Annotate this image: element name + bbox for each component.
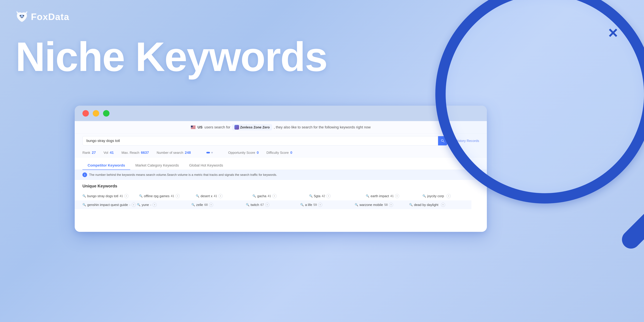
add-button-warzone[interactable]: + [389,203,393,207]
opportunity-stat: Opportunity Score 0 [228,150,259,155]
kw-name-bungo: bungo stray dogs totl [87,194,118,198]
maxreach-stat: Max. Reach 6637 [122,150,149,155]
kw-name-joycity: joycity corp [427,194,444,198]
kw-name-alife: a life [305,203,312,207]
search-icon-twitch: 🔍 [246,203,249,206]
kw-num-gacha: 41 [268,194,271,198]
rank-label: Rank [82,151,90,155]
kw-num-twitch: 67 [260,203,264,206]
info-bar: US users search for Zenless Zone Zero , … [75,121,487,134]
add-button-bungo[interactable]: + [124,194,128,198]
keyword-item-warzone: 🔍 warzone mobile 58 + [355,203,409,207]
logo-area: FoxData [16,10,69,23]
tab-market-category-keywords[interactable]: Market Category Keywords [130,161,184,170]
search-icon-earth: 🔍 [366,194,369,198]
search-bar-row: History Records [75,134,487,148]
add-button-yune[interactable]: + [152,203,156,207]
foxdata-logo-icon [16,10,28,23]
vol-stat: Vol 41 [104,150,114,155]
kw-num-5gta: 42 [322,194,325,198]
search-icon-offline: 🔍 [139,194,142,198]
keyword-item-twitch: 🔍 twitch 67 + [246,203,300,207]
close-button[interactable] [82,110,89,116]
difficulty-stat: Difficulty Score 0 [266,150,292,155]
keyword-item-5gta: 🔍 5gta 42 + [309,194,366,198]
kw-name-earth: earth impact [370,194,389,198]
difficulty-label: Difficulty Score [266,151,289,155]
search-icon-genshin: 🔍 [82,203,86,206]
rank-value: 27 [92,150,96,155]
hero-title: Niche Keywords [16,36,327,77]
dot-2[interactable] [211,152,213,154]
search-input[interactable] [82,136,447,146]
magnifier-handle [618,176,644,252]
add-button-gacha[interactable]: + [272,194,276,198]
numsearch-stat: Number of search 248 [156,150,191,155]
search-icon-bungo: 🔍 [82,194,86,198]
history-records-button[interactable]: History Records [450,139,479,143]
search-icon-alife: 🔍 [300,203,304,206]
tabs-row: Competitor Keywords Market Category Keyw… [75,158,487,170]
add-button-joycity[interactable]: + [446,194,451,198]
keyword-row-1: 🔍 bungo stray dogs totl 41 + 🔍 offline r… [82,192,479,200]
kw-name-zelle: zelle [196,203,203,207]
keyword-item-dead: 🔍 dead by daylight + [409,203,464,207]
keywords-section: Unique Keywords 🔍 bungo stray dogs totl … [75,180,487,213]
add-button-5gta[interactable]: + [326,194,330,198]
add-button-alife[interactable]: + [318,203,322,207]
search-button[interactable] [438,136,447,146]
search-icon-zelle: 🔍 [192,203,195,206]
search-icon-gacha: 🔍 [252,194,256,198]
add-button-offline[interactable]: + [176,194,180,198]
keyword-row-2: 🔍 genshin impact quest guide - + 🔍 yune … [75,200,472,209]
svg-rect-7 [191,128,196,128]
kw-num-alife: 59 [313,203,317,206]
add-button-dead[interactable]: + [441,203,445,207]
app-avatar [234,125,239,130]
tab-competitor-keywords[interactable]: Competitor Keywords [82,161,130,170]
svg-rect-8 [191,128,196,129]
search-icon-5gta: 🔍 [309,194,312,198]
keyword-item-gacha: 🔍 gacha 41 + [252,194,309,198]
browser-content: US users search for Zenless Zone Zero , … [75,121,487,232]
app-badge: Zenless Zone Zero [232,124,272,130]
svg-rect-6 [191,128,196,128]
svg-rect-9 [191,126,193,128]
keyword-item-genshin: 🔍 genshin impact quest guide - + [82,203,137,207]
close-x-button[interactable]: ✕ [608,26,618,41]
kw-num-earth: 41 [390,194,394,198]
kw-num-genshin: - [129,203,130,206]
vol-label: Vol [104,151,108,155]
kw-num-yune: - [150,203,151,206]
maximize-button[interactable] [103,110,110,116]
search-icon-joycity: 🔍 [422,194,426,198]
kw-name-gacha: gacha [257,194,266,198]
search-icon-dead: 🔍 [409,203,413,206]
keyword-item-offline: 🔍 offline rpg games 41 + [139,194,196,198]
kw-num-desert: 41 [214,194,217,198]
kw-name-twitch: twitch [251,203,259,207]
kw-num-warzone: 58 [384,203,388,206]
dot-1[interactable] [206,152,210,154]
add-button-twitch[interactable]: + [265,203,269,207]
numsearch-value: 248 [185,150,191,155]
add-button-desert[interactable]: + [218,194,222,198]
add-button-earth[interactable]: + [395,194,399,198]
keyword-item-earth: 🔍 earth impact 41 + [366,194,422,198]
tab-global-hot-keywords[interactable]: Global Hot Keywords [184,161,228,170]
svg-point-0 [20,15,21,16]
opportunity-value: 0 [257,150,259,155]
kw-name-genshin: genshin impact quest guide [87,203,128,207]
add-button-genshin[interactable]: + [132,203,136,207]
notice-text: The number behind the keywords means sea… [89,173,277,176]
history-label: History Records [455,139,479,143]
app-name: Zenless Zone Zero [240,125,270,129]
search-icon-yune: 🔍 [137,203,140,206]
add-button-zelle[interactable]: + [209,203,213,207]
vol-value: 41 [110,150,114,155]
also-like-text: , they also like to search for the follo… [274,125,371,129]
kw-num-zelle: 68 [204,203,208,206]
minimize-button[interactable] [93,110,99,116]
info-notice: i The number behind the keywords means s… [75,170,487,180]
kw-name-dead: dead by daylight [414,203,438,207]
